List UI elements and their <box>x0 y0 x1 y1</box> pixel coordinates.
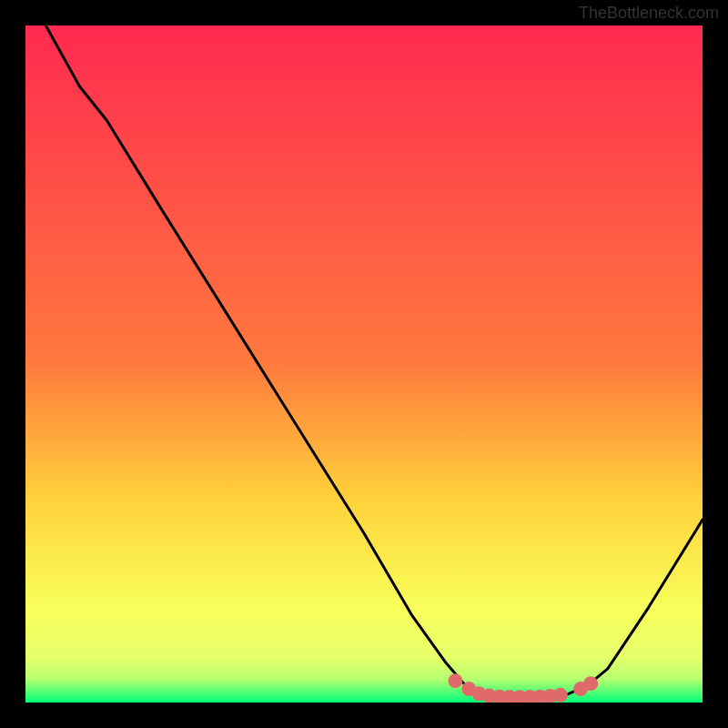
chart-svg <box>25 25 703 703</box>
chart-container: TheBottleneck.com <box>0 0 728 728</box>
gradient-background <box>25 25 703 703</box>
plot-area <box>25 25 703 703</box>
watermark-text: TheBottleneck.com <box>579 4 719 23</box>
data-marker <box>583 676 598 691</box>
data-marker <box>448 673 462 688</box>
data-marker <box>553 688 568 703</box>
